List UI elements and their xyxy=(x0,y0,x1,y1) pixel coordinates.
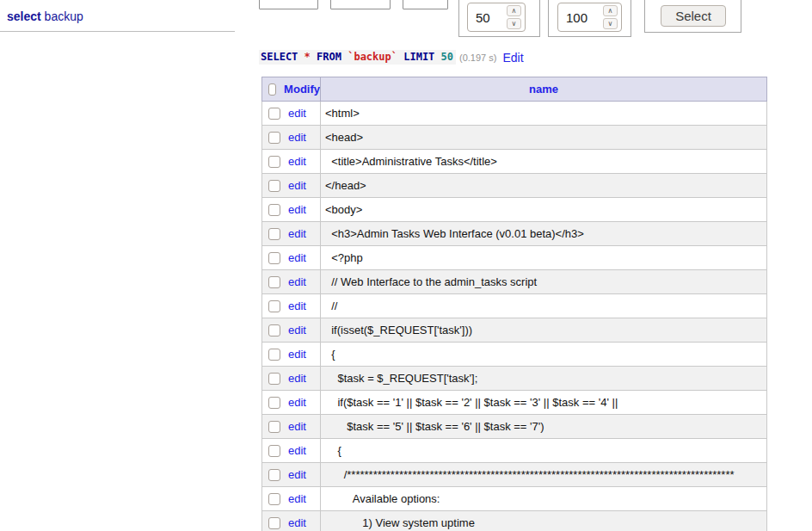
row-edit-link[interactable]: edit xyxy=(288,444,306,457)
sql-keyword: LIMIT xyxy=(403,51,434,63)
row-checkbox[interactable] xyxy=(268,132,280,144)
row-edit-link[interactable]: edit xyxy=(288,324,306,337)
row-name-cell: $task = $_REQUEST['task']; xyxy=(321,367,767,391)
row-name-cell: if(isset($_REQUEST['task'])) xyxy=(321,318,767,343)
spinner-buttons: ∧ ∨ xyxy=(507,5,521,29)
table-row: edit // xyxy=(262,294,767,318)
query-exec-time: (0.197 s) xyxy=(459,52,496,63)
row-name-cell: <?php xyxy=(321,246,767,270)
offset-spinner[interactable]: ∧ ∨ xyxy=(557,3,622,32)
row-checkbox[interactable] xyxy=(268,252,280,264)
row-checkbox[interactable] xyxy=(268,421,280,433)
select-button[interactable]: Select xyxy=(661,5,726,27)
chevron-up-icon: ∧ xyxy=(512,7,517,15)
sql-statement: SELECT * FROM `backup` LIMIT 50 (0.197 s… xyxy=(259,50,524,65)
name-column-header[interactable]: name xyxy=(529,83,558,96)
table-row: edit <h3>Admin Tasks Web Interface (v0.0… xyxy=(262,222,767,246)
table-row: edit <html> xyxy=(262,102,767,126)
sql-keyword: FROM xyxy=(317,51,341,63)
row-edit-link[interactable]: edit xyxy=(288,372,306,385)
row-name-cell: <head> xyxy=(321,126,767,150)
row-name-cell: <html> xyxy=(321,102,767,126)
check-all-checkbox[interactable] xyxy=(268,83,276,96)
table-header-row: Modify name xyxy=(262,77,767,102)
row-name-cell: Available options: xyxy=(321,487,767,511)
limit-fieldset: ∧ ∨ xyxy=(458,0,540,37)
row-checkbox[interactable] xyxy=(268,276,280,288)
row-checkbox[interactable] xyxy=(268,397,280,409)
row-edit-link[interactable]: edit xyxy=(288,420,306,433)
row-edit-link[interactable]: edit xyxy=(288,227,306,240)
row-name-cell: { xyxy=(321,343,767,367)
table-row: edit <head> xyxy=(262,126,767,150)
sql-star: * xyxy=(298,51,317,63)
spinner-up-button[interactable]: ∧ xyxy=(507,5,521,16)
row-checkbox[interactable] xyxy=(268,204,280,216)
row-edit-link[interactable]: edit xyxy=(288,468,306,481)
row-edit-link[interactable]: edit xyxy=(288,299,306,312)
row-edit-link[interactable]: edit xyxy=(288,155,306,168)
row-checkbox[interactable] xyxy=(268,324,280,337)
sql-keyword: SELECT xyxy=(261,51,298,63)
table-row: edit { xyxy=(262,439,767,463)
row-name-cell: 1) View system uptime xyxy=(321,511,767,531)
row-checkbox[interactable] xyxy=(268,493,280,505)
row-checkbox[interactable] xyxy=(268,300,280,312)
limit-spinner[interactable]: ∧ ∨ xyxy=(467,3,526,32)
spinner-down-button[interactable]: ∨ xyxy=(603,18,618,29)
table-row: edit $task = $_REQUEST['task']; xyxy=(262,367,767,391)
table-row: edit // Web Interface to the admin_tasks… xyxy=(262,270,767,294)
row-checkbox[interactable] xyxy=(268,517,280,529)
edit-query-link[interactable]: Edit xyxy=(502,51,523,65)
criteria-input-3[interactable] xyxy=(403,0,448,9)
row-name-cell: { xyxy=(321,439,767,463)
row-edit-link[interactable]: edit xyxy=(288,131,306,144)
row-name-cell: </head> xyxy=(321,174,767,198)
row-edit-link[interactable]: edit xyxy=(288,492,306,505)
criteria-input-2[interactable] xyxy=(330,0,391,9)
breadcrumb-table-link[interactable]: backup xyxy=(41,9,83,23)
criteria-input-1[interactable] xyxy=(259,0,318,9)
table-row: edit $task == '5' || $task == '6' || $ta… xyxy=(262,415,767,439)
modify-header-link[interactable]: Modify xyxy=(284,83,320,96)
row-edit-link[interactable]: edit xyxy=(288,179,306,192)
row-checkbox[interactable] xyxy=(268,228,280,240)
table-row: edit </head> xyxy=(262,174,767,198)
submit-fieldset: Select xyxy=(644,0,741,33)
row-name-cell: // xyxy=(321,294,767,318)
row-name-cell: <title>Administrative Tasks</title> xyxy=(321,150,767,174)
row-edit-link[interactable]: edit xyxy=(288,516,306,529)
row-checkbox[interactable] xyxy=(268,469,280,481)
chevron-up-icon: ∧ xyxy=(608,7,613,15)
row-name-cell: if($task == '1' || $task == '2' || $task… xyxy=(321,391,767,415)
spinner-up-button[interactable]: ∧ xyxy=(603,5,618,16)
spinner-buttons: ∧ ∨ xyxy=(603,5,618,29)
table-row: edit <body> xyxy=(262,198,767,222)
spinner-down-button[interactable]: ∨ xyxy=(507,18,521,29)
row-checkbox[interactable] xyxy=(268,349,280,361)
chevron-down-icon: ∨ xyxy=(608,20,613,28)
row-edit-link[interactable]: edit xyxy=(288,396,306,409)
table-row: edit Available options: xyxy=(262,487,767,511)
limit-spinner-input[interactable] xyxy=(468,10,507,25)
table-row: edit { xyxy=(262,343,767,367)
row-name-cell: /***************************************… xyxy=(321,463,767,487)
row-edit-link[interactable]: edit xyxy=(288,348,306,361)
table-row: edit 1) View system uptime xyxy=(262,511,767,531)
row-checkbox[interactable] xyxy=(268,180,280,192)
chevron-down-icon: ∨ xyxy=(512,20,517,28)
row-edit-link[interactable]: edit xyxy=(288,275,306,288)
row-name-cell: <h3>Admin Tasks Web Interface (v0.01 bet… xyxy=(321,222,767,246)
row-edit-link[interactable]: edit xyxy=(288,251,306,264)
results-table-container: Modify name edit <html> edit <head> xyxy=(261,77,767,531)
table-row: edit /**********************************… xyxy=(262,463,767,487)
row-checkbox[interactable] xyxy=(268,156,280,168)
row-checkbox[interactable] xyxy=(268,108,280,120)
offset-spinner-input[interactable] xyxy=(558,10,603,25)
row-edit-link[interactable]: edit xyxy=(288,203,306,216)
table-row: edit <title>Administrative Tasks</title> xyxy=(262,150,767,174)
sql-limit-value: 50 xyxy=(434,51,453,63)
row-checkbox[interactable] xyxy=(268,373,280,385)
row-edit-link[interactable]: edit xyxy=(288,107,306,120)
row-checkbox[interactable] xyxy=(268,445,280,457)
